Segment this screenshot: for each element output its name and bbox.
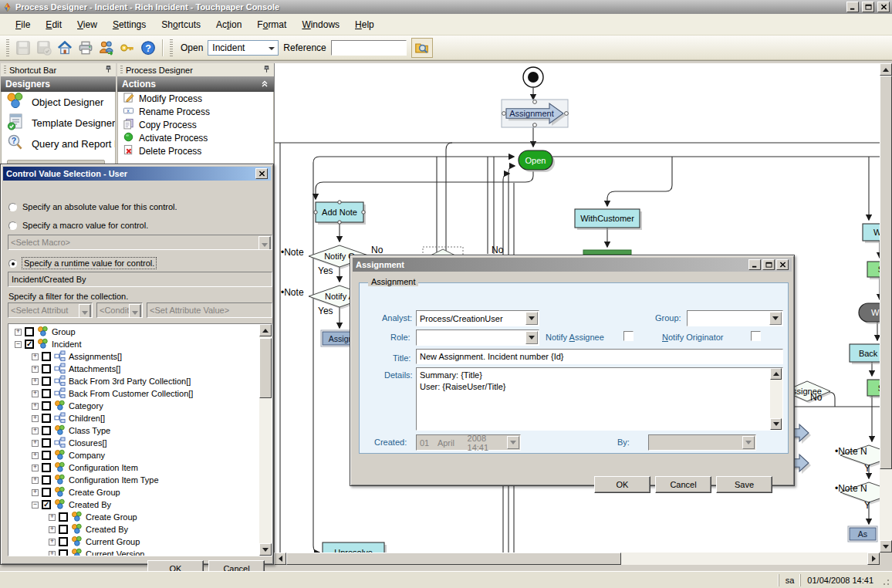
process-designer-header[interactable]: Process Designer xyxy=(117,63,274,76)
scroll-right-icon[interactable] xyxy=(867,553,880,565)
selection-handle[interactable] xyxy=(533,123,537,127)
tree-checkbox[interactable] xyxy=(42,488,51,497)
reference-input[interactable] xyxy=(331,40,407,56)
expand-icon[interactable]: + xyxy=(32,477,39,484)
chevron-down-icon[interactable] xyxy=(525,331,538,344)
tree-row[interactable]: −✓Incident xyxy=(8,338,259,350)
expand-icon[interactable]: + xyxy=(15,329,22,336)
chevron-down-icon[interactable] xyxy=(769,312,782,325)
expand-icon[interactable]: + xyxy=(32,440,39,447)
tree-checkbox[interactable] xyxy=(59,525,68,534)
tree-checkbox[interactable] xyxy=(42,451,51,460)
flow-node-assignment[interactable]: Assignment xyxy=(502,100,568,127)
expand-icon[interactable]: + xyxy=(49,539,56,546)
menu-item-format[interactable]: Format xyxy=(249,16,294,33)
resize-grip[interactable] xyxy=(880,574,890,586)
expand-icon[interactable]: + xyxy=(49,514,56,521)
tree-node-label[interactable]: Incident xyxy=(52,340,82,349)
tree-node-label[interactable]: Children[] xyxy=(69,414,105,423)
minimize-button[interactable] xyxy=(748,259,761,270)
vertical-scroll-thumb[interactable] xyxy=(880,76,892,469)
action-item-delete-process[interactable]: Delete Process xyxy=(118,144,273,157)
tree-node-label[interactable]: Current Group xyxy=(86,537,140,546)
tree-row[interactable]: +Current Group xyxy=(8,536,259,548)
sidebar-item-query-and-report-de[interactable]: ?Query and Report De xyxy=(2,133,115,154)
flow-node-start[interactable] xyxy=(523,67,543,87)
tree-checkbox[interactable] xyxy=(59,549,68,556)
tree-checkbox[interactable] xyxy=(42,463,51,472)
scroll-left-icon[interactable] xyxy=(274,553,286,565)
flow-node-as[interactable]: As xyxy=(848,526,877,542)
scroll-up-icon[interactable] xyxy=(880,63,892,76)
save-icon[interactable] xyxy=(12,38,33,58)
canvas-horizontal-scrollbar[interactable] xyxy=(274,553,880,565)
tree-checkbox[interactable] xyxy=(59,537,68,546)
action-item-modify-process[interactable]: Modify Process xyxy=(118,92,273,105)
close-button[interactable] xyxy=(877,2,890,12)
port-handle[interactable] xyxy=(338,201,341,204)
canvas-vertical-scrollbar[interactable] xyxy=(880,63,892,553)
maximize-button[interactable] xyxy=(762,259,775,270)
port-handle[interactable] xyxy=(362,211,365,214)
flow-node-open[interactable]: Open xyxy=(519,150,555,172)
tree-node-label[interactable]: Company xyxy=(69,451,105,460)
details-scrollbar[interactable] xyxy=(770,368,782,430)
tree-row[interactable]: +Company xyxy=(8,449,259,461)
notify-assignee-checkbox[interactable] xyxy=(623,331,634,341)
pin-icon[interactable] xyxy=(104,65,113,75)
port-handle[interactable] xyxy=(338,221,341,224)
collapse-icon[interactable]: − xyxy=(32,502,39,509)
minimize-button[interactable] xyxy=(846,2,859,12)
tree-row[interactable]: +Closures[] xyxy=(8,437,259,449)
help-icon[interactable]: ? xyxy=(137,38,158,58)
radio-macro[interactable] xyxy=(8,221,17,230)
scroll-down-icon[interactable] xyxy=(770,418,782,430)
tree-node-label[interactable]: Category xyxy=(69,401,103,411)
designers-section-header[interactable]: Designers xyxy=(1,76,116,92)
tree-row[interactable]: +Category xyxy=(8,400,259,412)
tree-checkbox[interactable]: ✓ xyxy=(25,340,34,349)
radio-absolute[interactable] xyxy=(8,203,17,211)
selection-handle[interactable] xyxy=(533,100,537,104)
tree-node-label[interactable]: Closures[] xyxy=(69,438,107,448)
runtime-value-radio-row[interactable]: Specify a runtime value for control. xyxy=(8,258,156,269)
tree-checkbox[interactable] xyxy=(42,438,51,448)
close-icon[interactable] xyxy=(255,168,268,179)
flow-node-withcustomer[interactable]: WithCustomer xyxy=(575,209,642,230)
flow-node-wit[interactable]: Wit xyxy=(863,224,880,243)
flow-node-back-f[interactable]: Back F xyxy=(850,344,880,364)
chevron-up-icon[interactable] xyxy=(260,79,269,90)
flow-node-st[interactable]: St xyxy=(867,380,880,398)
tree-scrollbar[interactable] xyxy=(259,324,272,556)
radio-runtime[interactable] xyxy=(8,259,17,268)
tree-row[interactable]: +Class Type xyxy=(8,424,259,437)
actions-section-header[interactable]: Actions xyxy=(117,76,274,92)
tree-row[interactable]: +Assignments[] xyxy=(8,350,259,363)
open-combobox[interactable]: Incident xyxy=(208,40,279,56)
flow-node-st[interactable]: St xyxy=(867,262,880,279)
flow-node-add-note[interactable]: Add Note xyxy=(314,201,366,225)
key-icon[interactable] xyxy=(117,38,137,58)
shortcut-bar-header[interactable]: Shortcut Bar xyxy=(1,63,116,76)
tree-row[interactable]: +Created By xyxy=(8,523,259,536)
notify-originator-checkbox[interactable] xyxy=(751,331,761,341)
tree-row[interactable]: +Children[] xyxy=(8,412,259,424)
expand-icon[interactable]: + xyxy=(32,378,39,385)
tree-node-label[interactable]: Back From Customer Collection[] xyxy=(69,389,193,398)
title-input[interactable]: New Assignment. Incident number {Id} xyxy=(416,349,783,364)
tree-checkbox[interactable] xyxy=(42,364,51,373)
tree-row[interactable]: +Configuration Item xyxy=(8,461,259,474)
tree-checkbox[interactable] xyxy=(42,414,51,423)
tree-checkbox[interactable] xyxy=(25,327,34,336)
tree-scroll-thumb[interactable] xyxy=(259,338,272,398)
tree-checkbox[interactable] xyxy=(59,512,68,522)
tree-checkbox[interactable] xyxy=(42,352,51,361)
save-all-icon[interactable] xyxy=(33,38,54,58)
tree-row[interactable]: +Configuration Item Type xyxy=(8,474,259,486)
scroll-up-icon[interactable] xyxy=(259,324,272,336)
attribute-tree[interactable]: +Group−✓Incident+Assignments[]+Attachmen… xyxy=(8,323,272,556)
tree-row[interactable]: +Create Group xyxy=(8,486,259,498)
expand-icon[interactable]: + xyxy=(32,403,39,410)
toolbar-grip[interactable] xyxy=(6,39,9,56)
home-icon[interactable] xyxy=(54,38,75,58)
